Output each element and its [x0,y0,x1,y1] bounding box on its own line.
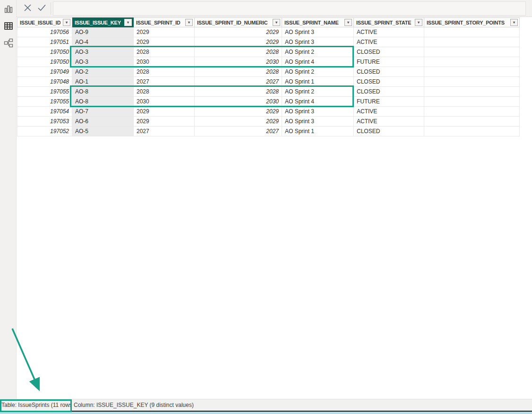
cell-issue_issue_id[interactable]: 197050 [17,47,72,57]
cell-issue_sprint_state[interactable]: CLOSED [354,47,424,57]
cell-issue_issue_key[interactable]: AO-3 [72,57,134,67]
cell-issue_sprint_story_points[interactable] [424,117,520,127]
filter-dropdown-icon[interactable]: ▾ [124,19,132,26]
cell-issue_sprint_id_numeric[interactable]: 2029 [195,27,282,37]
cell-issue_sprint_id_numeric[interactable]: 2030 [195,97,282,107]
cell-issue_sprint_id[interactable]: 2029 [134,117,195,127]
cell-issue_sprint_id_numeric[interactable]: 2028 [195,87,282,97]
cell-issue_sprint_story_points[interactable] [424,57,520,67]
cell-issue_issue_key[interactable]: AO-5 [72,127,134,136]
cell-issue_sprint_state[interactable]: CLOSED [354,87,424,97]
sidebar-item-data-view[interactable] [1,20,15,33]
cell-issue_issue_id[interactable]: 197055 [17,87,72,97]
commit-button[interactable] [35,3,48,14]
column-header-issue_sprint_name[interactable]: ISSUE_SPRINT_NAME▾ [282,17,354,27]
cell-issue_sprint_state[interactable]: FUTURE [354,57,424,67]
cell-issue_sprint_id[interactable]: 2027 [134,77,195,87]
cell-issue_sprint_name[interactable]: AO Sprint 1 [282,77,354,87]
formula-bar-input[interactable] [53,1,526,16]
cell-issue_sprint_id_numeric[interactable]: 2029 [195,37,282,47]
cell-issue_issue_id[interactable]: 197048 [17,77,72,87]
cell-issue_sprint_name[interactable]: AO Sprint 3 [282,37,354,47]
cell-issue_sprint_state[interactable]: ACTIVE [354,107,424,117]
filter-dropdown-icon[interactable]: ▾ [185,19,193,26]
cell-issue_sprint_story_points[interactable] [424,37,520,47]
cell-issue_sprint_story_points[interactable] [424,77,520,87]
cell-issue_issue_key[interactable]: AO-1 [72,77,134,87]
cell-issue_sprint_id[interactable]: 2029 [134,37,195,47]
sidebar-item-model-view[interactable] [1,37,15,50]
cell-issue_sprint_story_points[interactable] [424,127,520,136]
cell-issue_sprint_id_numeric[interactable]: 2027 [195,77,282,87]
cell-issue_sprint_name[interactable]: AO Sprint 3 [282,107,354,117]
cell-issue_sprint_state[interactable]: FUTURE [354,97,424,107]
cell-issue_sprint_id[interactable]: 2029 [134,27,195,37]
cell-issue_issue_id[interactable]: 197049 [17,67,72,77]
filter-dropdown-icon[interactable]: ▾ [415,19,422,26]
cell-issue_sprint_id_numeric[interactable]: 2027 [195,127,282,136]
cell-issue_sprint_state[interactable]: ACTIVE [354,27,424,37]
cell-issue_sprint_state[interactable]: CLOSED [354,77,424,87]
cell-issue_sprint_id_numeric[interactable]: 2029 [195,107,282,117]
cell-issue_sprint_id[interactable]: 2030 [134,57,195,67]
cell-issue_sprint_state[interactable]: ACTIVE [354,117,424,127]
cell-issue_sprint_id[interactable]: 2028 [134,47,195,57]
cell-issue_sprint_state[interactable]: CLOSED [354,67,424,77]
cell-issue_issue_key[interactable]: AO-4 [72,37,134,47]
cell-issue_sprint_story_points[interactable] [424,27,520,37]
cell-issue_sprint_id_numeric[interactable]: 2028 [195,47,282,57]
column-header-issue_sprint_id[interactable]: ISSUE_SPRINT_ID▾ [134,17,195,27]
cell-issue_issue_key[interactable]: AO-8 [72,97,134,107]
cell-issue_sprint_story_points[interactable] [424,87,520,97]
cell-issue_sprint_name[interactable]: AO Sprint 2 [282,67,354,77]
cell-issue_issue_id[interactable]: 197052 [17,127,72,136]
cell-issue_issue_id[interactable]: 197054 [17,107,72,117]
cell-issue_sprint_name[interactable]: AO Sprint 2 [282,47,354,57]
status-bar: Table: IssueSprints (11 rows) Column: IS… [0,399,532,411]
cell-issue_sprint_id_numeric[interactable]: 2030 [195,57,282,67]
cell-issue_issue_id[interactable]: 197056 [17,27,72,37]
cell-issue_sprint_state[interactable]: CLOSED [354,127,424,136]
cell-issue_sprint_name[interactable]: AO Sprint 4 [282,97,354,107]
cell-issue_issue_key[interactable]: AO-3 [72,47,134,57]
cell-issue_sprint_id[interactable]: 2029 [134,107,195,117]
column-header-issue_sprint_story_points[interactable]: ISSUE_SPRINT_STORY_POINTS▾ [424,17,520,27]
cell-issue_sprint_name[interactable]: AO Sprint 3 [282,27,354,37]
sidebar-item-report-view[interactable] [1,3,15,16]
filter-dropdown-icon[interactable]: ▾ [510,19,518,26]
cell-issue_sprint_id[interactable]: 2028 [134,87,195,97]
cell-issue_sprint_id_numeric[interactable]: 2029 [195,117,282,127]
cell-issue_sprint_story_points[interactable] [424,67,520,77]
cell-issue_sprint_id[interactable]: 2028 [134,67,195,77]
cell-issue_issue_id[interactable]: 197055 [17,97,72,107]
column-header-issue_issue_key[interactable]: ISSUE_ISSUE_KEY▾ [72,17,134,27]
cell-issue_sprint_name[interactable]: AO Sprint 2 [282,87,354,97]
cell-issue_sprint_story_points[interactable] [424,97,520,107]
cell-issue_sprint_name[interactable]: AO Sprint 3 [282,117,354,127]
filter-dropdown-icon[interactable]: ▾ [344,19,352,26]
cell-issue_sprint_name[interactable]: AO Sprint 4 [282,57,354,67]
cell-issue_issue_key[interactable]: AO-6 [72,117,134,127]
cell-issue_sprint_story_points[interactable] [424,107,520,117]
cell-issue_issue_key[interactable]: AO-9 [72,27,134,37]
column-header-issue_issue_id[interactable]: ISSUE_ISSUE_ID▾ [17,17,72,27]
column-header-issue_sprint_id_numeric[interactable]: ISSUE_SPRINT_ID_NUMERIC▾ [195,17,282,27]
column-header-issue_sprint_state[interactable]: ISSUE_SPRINT_STATE▾ [354,17,424,27]
cell-issue_sprint_id[interactable]: 2030 [134,97,195,107]
cell-issue_sprint_story_points[interactable] [424,47,520,57]
view-switcher-sidebar [0,0,17,399]
cell-issue_sprint_name[interactable]: AO Sprint 1 [282,127,354,136]
filter-dropdown-icon[interactable]: ▾ [273,19,280,26]
cell-issue_issue_id[interactable]: 197051 [17,37,72,47]
cell-issue_issue_key[interactable]: AO-7 [72,107,134,117]
cell-issue_issue_key[interactable]: AO-8 [72,87,134,97]
cell-issue_sprint_id[interactable]: 2027 [134,127,195,136]
table-row: 197054AO-720292029AO Sprint 3ACTIVE [17,107,520,117]
cell-issue_sprint_id_numeric[interactable]: 2028 [195,67,282,77]
filter-dropdown-icon[interactable]: ▾ [63,19,70,26]
cancel-button[interactable] [21,3,34,14]
cell-issue_issue_id[interactable]: 197050 [17,57,72,67]
cell-issue_sprint_state[interactable]: ACTIVE [354,37,424,47]
cell-issue_issue_id[interactable]: 197053 [17,117,72,127]
cell-issue_issue_key[interactable]: AO-2 [72,67,134,77]
